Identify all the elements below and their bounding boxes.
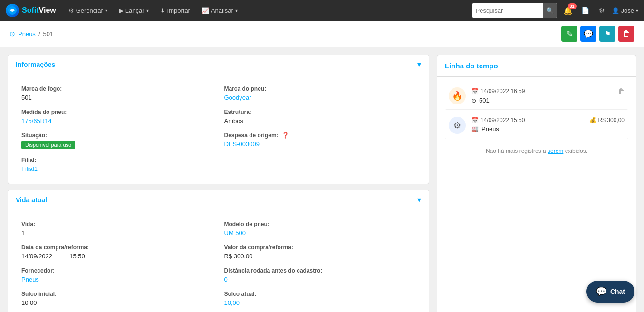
right-panel: Linha do tempo 🔥 📅 14/09/2022 16:59 🗑 xyxy=(437,55,636,312)
sulco-inicial-field: Sulco inicial: 10,00 xyxy=(16,287,219,310)
timeline-info: 🏭 Pneus xyxy=(471,125,625,132)
timeline-title: Linha do tempo xyxy=(437,55,636,77)
despesa-origem-vida-field: Despesa de origem: ❓ xyxy=(16,310,219,312)
chevron-down-icon: ▾ xyxy=(146,8,149,13)
sulco-atual-label: Sulco atual: xyxy=(224,291,416,297)
supplier-icon: 🏭 xyxy=(471,126,479,132)
filial-value[interactable]: Filial1 xyxy=(21,165,38,172)
search-button[interactable]: 🔍 xyxy=(543,3,557,18)
sulco-atual-field: Sulco atual: 10,00 xyxy=(219,287,422,310)
notification-badge: 31 xyxy=(568,3,577,9)
valor-compra-label: Valor da compra/reforma: xyxy=(224,244,416,251)
estrutura-value: Ambos xyxy=(224,117,416,124)
tire-avatar-icon: ⚙ xyxy=(449,117,466,134)
delete-button[interactable]: 🗑 xyxy=(618,26,634,42)
distancia-value[interactable]: 0 xyxy=(224,276,228,283)
navbar-right: 🔍 🔔 31 📄 ⚙ 👤 Jose ▾ xyxy=(472,3,638,18)
user-menu[interactable]: 👤 Jose ▾ xyxy=(612,7,638,14)
timeline-info: ⊙ 501 xyxy=(471,97,625,104)
settings-icon[interactable]: ⚙ xyxy=(596,5,608,16)
despesa-origem-value[interactable]: DES-003009 xyxy=(224,141,260,148)
despesa-origem-label: Despesa de origem: ❓ xyxy=(224,132,416,139)
fornecedor-value[interactable]: Pneus xyxy=(21,276,39,283)
modelo-pneu-field: Modelo de pneu: UM 500 xyxy=(219,217,422,240)
estrutura-field: Estrutura: Ambos xyxy=(219,105,422,128)
no-more-link[interactable]: serem xyxy=(548,148,563,154)
timeline-item: 🔥 📅 14/09/2022 16:59 🗑 ⊙ 501 xyxy=(445,83,628,110)
gear-icon: ⚙ xyxy=(68,7,74,14)
delete-timeline-button[interactable]: 🗑 xyxy=(618,87,625,95)
situacao-field: Situação: Disponível para uso xyxy=(16,128,219,153)
sulco-atual-value[interactable]: 10,00 xyxy=(224,299,240,306)
search-input[interactable] xyxy=(472,3,543,18)
breadcrumb-parent-link[interactable]: Pneus xyxy=(18,30,36,38)
modelo-pneu-label: Modelo de pneu: xyxy=(224,221,416,227)
tire-icon: ⊙ xyxy=(10,30,15,38)
nav-gerenciar[interactable]: ⚙ Gerenciar ▾ xyxy=(65,5,111,16)
notification-button[interactable]: 🔔 31 xyxy=(561,4,575,17)
comment-button[interactable]: 💬 xyxy=(580,26,596,42)
marca-pneu-label: Marca do pneu: xyxy=(224,85,416,92)
edit-button[interactable]: ✎ xyxy=(561,26,577,42)
chat-button[interactable]: 💬 Chat xyxy=(586,281,634,303)
fornecedor-label: Fornecedor: xyxy=(21,267,213,274)
calendar-icon: 📅 xyxy=(471,88,479,95)
marca-fogo-field: Marca de fogo: 501 xyxy=(16,82,219,105)
nav-importar[interactable]: ⬇ Importar xyxy=(156,5,194,16)
timeline-right-info: 💰 R$ 300,00 xyxy=(589,117,625,123)
despesa-origem-field: Despesa de origem: ❓ DES-003009 xyxy=(219,128,422,153)
marca-fogo-value: 501 xyxy=(21,94,213,101)
filler-field xyxy=(219,153,422,176)
main-layout: Informações ▾ Marca de fogo: 501 Marca d… xyxy=(0,47,644,312)
modelo-pneu-value[interactable]: UM 500 xyxy=(224,229,246,236)
data-compra-value: 14/09/2022 15:50 xyxy=(21,253,213,260)
marca-pneu-field: Marca do pneu: Goodyear xyxy=(219,82,422,105)
chevron-down-icon: ▾ xyxy=(105,8,107,13)
chat-label: Chat xyxy=(610,288,625,295)
tire-small-icon: ⊙ xyxy=(471,97,476,104)
vida-atual-header: Vida atual ▾ xyxy=(8,190,429,209)
search-box: 🔍 xyxy=(472,3,557,18)
marca-pneu-value[interactable]: Goodyear xyxy=(224,94,251,101)
timeline-item-content: 📅 14/09/2022 15:50 💰 R$ 300,00 🏭 Pneus xyxy=(471,117,625,134)
informacoes-grid: Marca de fogo: 501 Marca do pneu: Goodye… xyxy=(16,82,421,176)
medida-pneu-value[interactable]: 175/65R14 xyxy=(21,117,52,124)
vida-atual-card: Vida atual ▾ Vida: 1 Modelo de pneu: UM … xyxy=(8,190,429,312)
timeline-date: 📅 14/09/2022 16:59 xyxy=(471,88,525,95)
valor-compra-field: Valor da compra/reforma: R$ 300,00 xyxy=(219,240,422,264)
launch-icon: ▶ xyxy=(119,7,124,14)
left-panel: Informações ▾ Marca de fogo: 501 Marca d… xyxy=(8,55,429,312)
timeline-item-label: Pneus xyxy=(481,125,499,132)
user-icon: 👤 xyxy=(612,7,619,14)
medida-pneu-field: Medida do pneu: 175/65R14 xyxy=(16,105,219,128)
nav-lancar[interactable]: ▶ Lançar ▾ xyxy=(115,5,153,16)
collapse-vida-button[interactable]: ▾ xyxy=(417,195,421,204)
fornecedor-field: Fornecedor: Pneus xyxy=(16,264,219,287)
tipo-borracha-field: Tipo da borracha: xyxy=(219,310,422,312)
medida-pneu-label: Medida do pneu: xyxy=(21,109,213,115)
document-icon[interactable]: 📄 xyxy=(578,5,592,16)
data-compra-field: Data da compra/reforma: 14/09/2022 15:50 xyxy=(16,240,219,264)
vida-atual-grid: Vida: 1 Modelo de pneu: UM 500 Data da c… xyxy=(16,217,421,312)
timeline: 🔥 📅 14/09/2022 16:59 🗑 ⊙ 501 xyxy=(437,77,636,168)
vida-atual-body: Vida: 1 Modelo de pneu: UM 500 Data da c… xyxy=(8,209,429,312)
brand-name: SofitView xyxy=(22,6,56,15)
no-more-records: Não há mais registros a serem exibidos. xyxy=(445,140,628,162)
brand-logo[interactable]: SofitView xyxy=(6,4,56,17)
sulco-inicial-value: 10,00 xyxy=(21,299,213,306)
informacoes-title: Informações xyxy=(16,61,55,68)
situacao-label: Situação: xyxy=(21,132,213,139)
timeline-meta: 📅 14/09/2022 16:59 🗑 xyxy=(471,87,625,95)
informacoes-header: Informações ▾ xyxy=(8,55,429,74)
import-icon: ⬇ xyxy=(160,7,165,14)
breadcrumb-separator: / xyxy=(38,30,40,38)
chart-icon: 📈 xyxy=(202,7,209,14)
informacoes-body: Marca de fogo: 501 Marca do pneu: Goodye… xyxy=(8,74,429,184)
navbar: SofitView ⚙ Gerenciar ▾ ▶ Lançar ▾ ⬇ Imp… xyxy=(0,0,644,21)
nav-analisar[interactable]: 📈 Analisar ▾ xyxy=(198,5,241,16)
fire-avatar-icon: 🔥 xyxy=(449,87,466,104)
flag-button[interactable]: ⚑ xyxy=(599,26,615,42)
chat-bubble-icon: 💬 xyxy=(596,286,606,297)
collapse-informacoes-button[interactable]: ▾ xyxy=(417,60,421,69)
timeline-item-label: 501 xyxy=(479,97,490,104)
